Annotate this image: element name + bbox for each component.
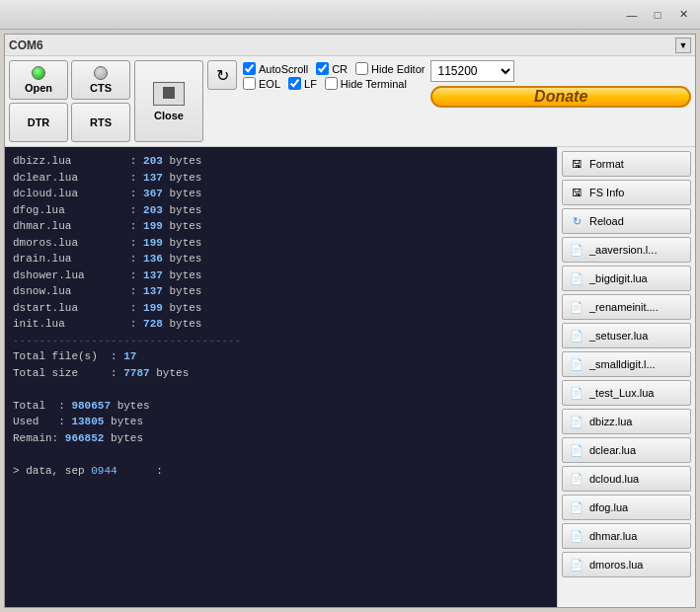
dclear-label: dclear.lua xyxy=(589,444,636,456)
smalldigit-button[interactable]: 📄 _smalldigit.l... xyxy=(562,351,691,377)
dcloud-label: dcloud.lua xyxy=(589,473,639,485)
dclear-icon: 📄 xyxy=(569,443,584,457)
term-remain: Remain: 966852 bytes xyxy=(13,430,549,447)
dbizz-button[interactable]: 📄 dbizz.lua xyxy=(562,409,691,434)
hide-terminal-checkbox[interactable] xyxy=(325,77,338,90)
format-label: Format xyxy=(589,158,624,170)
renameinit-label: _renameinit.... xyxy=(589,301,659,313)
fsinfo-label: FS Info xyxy=(589,187,624,198)
com-port-label: COM6 xyxy=(9,38,43,52)
dmoros-label: dmoros.lua xyxy=(589,559,643,571)
term-line: dstart.lua : 199 bytes xyxy=(13,300,549,317)
testlux-label: _test_Lux.lua xyxy=(589,387,654,399)
hide-editor-checkbox[interactable] xyxy=(355,62,368,75)
dclear-button[interactable]: 📄 dclear.lua xyxy=(562,437,691,463)
bigdigit-button[interactable]: 📄 _bigdigit.lua xyxy=(562,266,691,291)
close-icon: ⏹ xyxy=(153,82,185,106)
dcloud-button[interactable]: 📄 dcloud.lua xyxy=(562,466,691,492)
dmoros-button[interactable]: 📄 dmoros.lua xyxy=(562,552,691,577)
eol-label: EOL xyxy=(259,78,280,90)
cts-button[interactable]: CTS xyxy=(71,60,130,100)
eol-check-item: EOL xyxy=(243,77,280,90)
term-prompt-line: > data, sep 0944 : xyxy=(13,463,549,480)
term-line: dmoros.lua : 199 bytes xyxy=(13,235,549,252)
maximize-button[interactable]: □ xyxy=(649,6,666,24)
check-row-1: AutoScroll CR Hide Editor xyxy=(243,62,425,75)
term-total: Total : 980657 bytes xyxy=(13,398,549,415)
bigdigit-label: _bigdigit.lua xyxy=(589,272,648,284)
dhmar-icon: 📄 xyxy=(569,529,584,543)
smalldigit-icon: 📄 xyxy=(569,357,584,371)
cr-label: CR xyxy=(332,63,348,75)
autoscroll-checkbox[interactable] xyxy=(243,62,256,75)
term-used: Used : 13805 bytes xyxy=(13,414,549,430)
open-label: Open xyxy=(25,82,52,94)
term-blank xyxy=(13,381,549,398)
window-controls: — □ ✕ xyxy=(623,6,692,24)
dbizz-label: dbizz.lua xyxy=(589,416,632,427)
setuser-button[interactable]: 📄 _setuser.lua xyxy=(562,323,691,348)
lf-label: LF xyxy=(304,78,317,90)
term-line: dclear.lua : 137 bytes xyxy=(13,170,549,187)
term-line: init.lua : 728 bytes xyxy=(13,316,549,333)
close-button[interactable]: ⏹ Close xyxy=(134,60,203,142)
cts-label: CTS xyxy=(90,82,112,94)
reload-panel-icon: ↻ xyxy=(569,214,584,228)
testlux-icon: 📄 xyxy=(569,386,584,400)
com-port-dropdown[interactable]: ▼ xyxy=(675,38,691,53)
eol-checkbox[interactable] xyxy=(243,77,256,90)
open-button[interactable]: Open xyxy=(9,60,68,100)
reload-button[interactable]: ↻ xyxy=(207,60,237,90)
minimize-button[interactable]: — xyxy=(623,6,641,24)
format-button[interactable]: 🖫 Format xyxy=(562,151,691,177)
renameinit-icon: 📄 xyxy=(569,300,584,314)
hide-terminal-check-item: Hide Terminal xyxy=(325,77,407,90)
term-line: dbizz.lua : 203 bytes xyxy=(13,153,549,170)
aaversion-label: _aaversion.l... xyxy=(589,244,657,256)
control-area: Open CTS DTR RTS ⏹ Close ↻ xyxy=(5,56,695,147)
terminal[interactable]: dbizz.lua : 203 bytes dclear.lua : 137 b… xyxy=(5,147,557,607)
hide-terminal-label: Hide Terminal xyxy=(341,78,407,90)
dmoros-icon: 📄 xyxy=(569,558,584,572)
format-icon: 🖫 xyxy=(569,157,584,171)
term-blank2 xyxy=(13,446,549,463)
hide-editor-label: Hide Editor xyxy=(371,63,425,75)
testlux-button[interactable]: 📄 _test_Lux.lua xyxy=(562,380,691,406)
dcloud-icon: 📄 xyxy=(569,472,584,486)
dtr-button[interactable]: DTR xyxy=(9,103,68,142)
autoscroll-check-item: AutoScroll xyxy=(243,62,308,75)
bigdigit-icon: 📄 xyxy=(569,271,584,285)
term-line: drain.lua : 136 bytes xyxy=(13,251,549,268)
rts-button[interactable]: RTS xyxy=(71,103,130,142)
lf-checkbox[interactable] xyxy=(288,77,301,90)
cr-checkbox[interactable] xyxy=(316,62,329,75)
lf-check-item: LF xyxy=(288,77,317,90)
fsinfo-button[interactable]: 🖫 FS Info xyxy=(562,180,691,205)
term-total-files: Total file(s) : 17 xyxy=(13,348,549,365)
cts-led xyxy=(94,66,108,80)
content-area: dbizz.lua : 203 bytes dclear.lua : 137 b… xyxy=(5,147,695,607)
reload-panel-button[interactable]: ↻ Reload xyxy=(562,208,691,234)
dhmar-button[interactable]: 📄 dhmar.lua xyxy=(562,523,691,549)
com-bar: COM6 ▼ xyxy=(5,35,695,56)
baud-row: 115200 300 1200 2400 4800 9600 19200 384… xyxy=(430,60,691,82)
button-grid: Open CTS DTR RTS xyxy=(9,60,130,142)
setuser-icon: 📄 xyxy=(569,329,584,343)
dfog-label: dfog.lua xyxy=(589,501,628,513)
term-line: dhmar.lua : 199 bytes xyxy=(13,218,549,235)
term-line: dshower.lua : 137 bytes xyxy=(13,268,549,284)
term-separator: ----------------------------------- xyxy=(13,333,549,349)
donate-button[interactable]: Donate xyxy=(430,86,691,108)
title-bar: — □ ✕ xyxy=(0,0,700,30)
renameinit-button[interactable]: 📄 _renameinit.... xyxy=(562,294,691,320)
dtr-label: DTR xyxy=(28,116,50,128)
dfog-icon: 📄 xyxy=(569,500,584,514)
term-total-size: Total size : 7787 bytes xyxy=(13,365,549,382)
dfog-button[interactable]: 📄 dfog.lua xyxy=(562,495,691,520)
window-close-button[interactable]: ✕ xyxy=(674,6,692,24)
fsinfo-icon: 🖫 xyxy=(569,186,584,199)
setuser-label: _setuser.lua xyxy=(589,330,648,342)
dhmar-label: dhmar.lua xyxy=(589,530,637,542)
aaversion-button[interactable]: 📄 _aaversion.l... xyxy=(562,237,691,263)
baud-select[interactable]: 115200 300 1200 2400 4800 9600 19200 384… xyxy=(430,60,514,82)
